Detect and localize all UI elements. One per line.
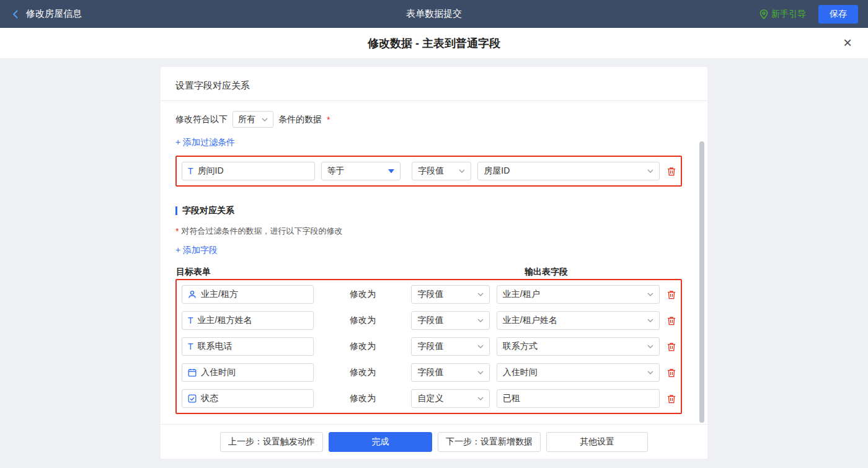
mapping-highlight-box: 修改为 字段值 业主/租户 T <box>175 279 682 414</box>
output-field-value: 入住时间 <box>503 367 538 378</box>
caret-down-icon <box>388 169 394 174</box>
mapping-description: * 对符合过滤条件的数据，进行以下字段的修改 <box>175 226 693 237</box>
value-type-select[interactable]: 字段值 <box>412 162 471 180</box>
delete-icon[interactable] <box>667 342 676 351</box>
mapping-section-title: 字段对应关系 <box>182 205 234 216</box>
delete-icon[interactable] <box>667 167 676 176</box>
mapping-row: 修改为 字段值 入住时间 <box>182 363 676 382</box>
chevron-down-icon <box>477 345 484 348</box>
filter-field-input[interactable]: T <box>182 162 315 180</box>
filter-highlight-box: T 等于 字段值 房屋ID <box>175 156 682 187</box>
value-type-value: 字段值 <box>417 315 443 326</box>
prev-step-button[interactable]: 上一步：设置触发动作 <box>220 432 323 452</box>
chevron-down-icon <box>477 371 484 374</box>
delete-icon[interactable] <box>667 394 676 404</box>
modify-to-label: 修改为 <box>314 341 411 352</box>
text-icon: T <box>188 167 193 175</box>
operator-value: 等于 <box>327 166 345 177</box>
delete-icon[interactable] <box>667 290 676 299</box>
map-pin-icon <box>760 9 768 19</box>
target-field-value[interactable] <box>201 289 308 299</box>
value-type-value: 字段值 <box>418 166 444 177</box>
output-field-value: 业主/租户 <box>503 289 540 300</box>
output-field-select[interactable]: 入住时间 <box>497 363 660 382</box>
guide-link[interactable]: 新手引导 <box>760 9 806 20</box>
custom-value-input[interactable] <box>497 389 660 408</box>
modify-to-label: 修改为 <box>314 367 411 378</box>
card-footer: 上一步：设置触发动作 完成 下一步：设置新增数据 其他设置 <box>161 424 707 459</box>
output-field-select[interactable]: 业主/租户 <box>497 285 660 304</box>
next-step-button[interactable]: 下一步：设置新增数据 <box>438 432 541 452</box>
mapping-row: T 修改为 字段值 联系方式 <box>182 337 676 356</box>
value-type-value: 字段值 <box>417 289 443 300</box>
page-title: 修改房屋信息 <box>26 8 82 20</box>
mapping-row: 修改为 字段值 业主/租户 <box>182 285 676 304</box>
section-accent-bar <box>175 206 177 215</box>
chevron-down-icon <box>459 169 465 173</box>
dialog-content: 设置字段对应关系 修改符合以下 所有 条件的数据 * + 添加过滤条件 T <box>0 59 868 468</box>
text-icon: T <box>188 342 193 351</box>
modify-to-label: 修改为 <box>314 393 411 404</box>
text-icon: T <box>188 316 193 325</box>
custom-value-text[interactable] <box>503 394 653 404</box>
target-field-input[interactable]: T <box>182 311 314 330</box>
filter-scope-select[interactable]: 所有 <box>232 111 273 128</box>
chevron-down-icon <box>477 319 484 322</box>
checkbox-icon <box>188 394 197 403</box>
compare-field-select[interactable]: 房屋ID <box>477 162 660 180</box>
add-field-link[interactable]: + 添加字段 <box>175 245 218 256</box>
chevron-down-icon <box>647 293 653 296</box>
target-field-value[interactable] <box>198 342 308 351</box>
chevron-down-icon <box>477 397 484 400</box>
output-field-select[interactable]: 业主/租户姓名 <box>497 311 660 330</box>
chevron-left-icon <box>10 9 21 20</box>
save-button[interactable]: 保存 <box>818 5 858 24</box>
target-field-value[interactable] <box>201 368 308 377</box>
target-field-input[interactable] <box>182 363 314 382</box>
value-type-select[interactable]: 字段值 <box>411 363 489 382</box>
chevron-down-icon <box>647 371 653 374</box>
filter-field-value[interactable] <box>198 166 309 176</box>
target-field-value[interactable] <box>201 394 308 404</box>
column-header-target: 目标表单 <box>176 267 211 278</box>
column-headers: 目标表单 输出表字段 <box>175 267 693 279</box>
back-button[interactable] <box>10 9 21 20</box>
other-settings-button[interactable]: 其他设置 <box>546 432 648 452</box>
user-icon <box>188 290 197 299</box>
target-field-input[interactable] <box>182 389 314 408</box>
topbar-center-title: 表单数据提交 <box>0 8 868 20</box>
mapping-description-text: 对符合过滤条件的数据，进行以下字段的修改 <box>181 226 342 237</box>
value-type-select[interactable]: 字段值 <box>411 311 489 330</box>
target-field-input[interactable] <box>182 285 314 304</box>
value-type-select[interactable]: 字段值 <box>411 285 489 304</box>
value-type-select[interactable]: 自定义 <box>411 389 489 408</box>
target-field-input[interactable]: T <box>182 337 314 356</box>
delete-icon[interactable] <box>667 368 676 377</box>
value-type-value: 字段值 <box>417 341 443 352</box>
output-field-select[interactable]: 联系方式 <box>497 337 660 356</box>
operator-select[interactable]: 等于 <box>321 162 401 180</box>
modify-to-label: 修改为 <box>314 289 411 300</box>
vertical-scrollbar[interactable] <box>699 141 704 423</box>
topbar: 修改房屋信息 表单数据提交 新手引导 保存 <box>0 0 868 28</box>
card-section-title: 设置字段对应关系 <box>161 67 707 101</box>
value-type-value: 自定义 <box>417 393 443 404</box>
done-button[interactable]: 完成 <box>329 432 432 452</box>
value-type-value: 字段值 <box>417 367 443 378</box>
output-field-value: 联系方式 <box>503 341 538 352</box>
dialog-header: 修改数据 - 主表到普通字段 × <box>0 28 868 59</box>
close-icon[interactable]: × <box>843 35 852 50</box>
chevron-down-icon <box>477 293 484 296</box>
filter-prefix-label: 修改符合以下 <box>175 114 228 125</box>
target-field-value[interactable] <box>198 316 308 325</box>
chevron-down-icon <box>262 118 268 121</box>
column-header-output: 输出表字段 <box>525 267 568 278</box>
filter-row: T 等于 字段值 房屋ID <box>182 162 676 180</box>
mapping-row: 修改为 自定义 <box>182 389 676 408</box>
filter-suffix-label: 条件的数据 <box>278 114 322 125</box>
value-type-select[interactable]: 字段值 <box>411 337 489 356</box>
delete-icon[interactable] <box>667 316 676 325</box>
dialog-title: 修改数据 - 主表到普通字段 <box>368 36 500 51</box>
filter-condition-line: 修改符合以下 所有 条件的数据 * <box>175 111 693 128</box>
add-filter-condition-link[interactable]: + 添加过滤条件 <box>175 137 235 148</box>
